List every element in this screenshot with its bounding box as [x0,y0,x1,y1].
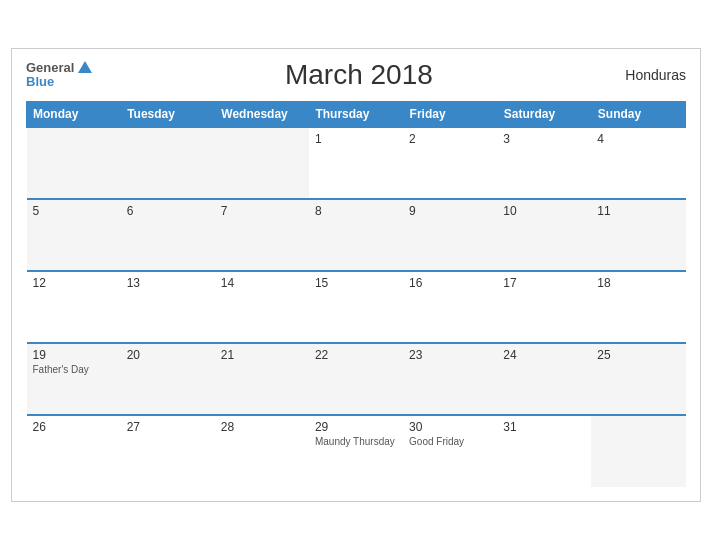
calendar-week-row: 567891011 [27,199,686,271]
calendar-header: General Blue March 2018 Honduras [26,59,686,91]
day-number: 5 [33,204,115,218]
table-row: 27 [121,415,215,487]
table-row: 29Maundy Thursday [309,415,403,487]
day-number: 6 [127,204,209,218]
table-row [591,415,685,487]
logo-triangle-icon [78,61,92,73]
day-number: 22 [315,348,397,362]
day-number: 29 [315,420,397,434]
table-row: 9 [403,199,497,271]
day-number: 31 [503,420,585,434]
day-number: 7 [221,204,303,218]
col-header-saturday: Saturday [497,102,591,128]
table-row: 21 [215,343,309,415]
day-number: 23 [409,348,491,362]
table-row [27,127,121,199]
calendar-week-row: 26272829Maundy Thursday30Good Friday31 [27,415,686,487]
day-number: 4 [597,132,679,146]
table-row: 11 [591,199,685,271]
table-row: 3 [497,127,591,199]
table-row: 20 [121,343,215,415]
calendar-week-row: 19Father's Day202122232425 [27,343,686,415]
table-row: 5 [27,199,121,271]
table-row: 31 [497,415,591,487]
calendar-week-row: 12131415161718 [27,271,686,343]
day-number: 8 [315,204,397,218]
day-number: 18 [597,276,679,290]
day-number: 26 [33,420,115,434]
day-number: 30 [409,420,491,434]
logo-blue-text: Blue [26,75,54,89]
table-row [215,127,309,199]
day-number: 3 [503,132,585,146]
day-number: 16 [409,276,491,290]
day-event: Maundy Thursday [315,436,397,447]
table-row: 10 [497,199,591,271]
day-number: 12 [33,276,115,290]
table-row: 17 [497,271,591,343]
table-row: 2 [403,127,497,199]
day-number: 2 [409,132,491,146]
day-number: 13 [127,276,209,290]
table-row: 7 [215,199,309,271]
logo: General Blue [26,61,92,90]
table-row: 24 [497,343,591,415]
table-row: 12 [27,271,121,343]
table-row [121,127,215,199]
table-row: 25 [591,343,685,415]
table-row: 14 [215,271,309,343]
day-number: 10 [503,204,585,218]
day-number: 20 [127,348,209,362]
day-event: Good Friday [409,436,491,447]
table-row: 23 [403,343,497,415]
day-event: Father's Day [33,364,115,375]
table-row: 28 [215,415,309,487]
table-row: 4 [591,127,685,199]
col-header-thursday: Thursday [309,102,403,128]
col-header-tuesday: Tuesday [121,102,215,128]
table-row: 19Father's Day [27,343,121,415]
table-row: 13 [121,271,215,343]
day-number: 27 [127,420,209,434]
col-header-sunday: Sunday [591,102,685,128]
table-row: 22 [309,343,403,415]
table-row: 16 [403,271,497,343]
table-row: 8 [309,199,403,271]
day-number: 21 [221,348,303,362]
col-header-friday: Friday [403,102,497,128]
day-number: 17 [503,276,585,290]
calendar-grid: Monday Tuesday Wednesday Thursday Friday… [26,101,686,487]
day-number: 14 [221,276,303,290]
day-number: 9 [409,204,491,218]
calendar-week-row: 1234 [27,127,686,199]
day-header-row: Monday Tuesday Wednesday Thursday Friday… [27,102,686,128]
table-row: 26 [27,415,121,487]
table-row: 1 [309,127,403,199]
day-number: 24 [503,348,585,362]
calendar-title: March 2018 [285,59,433,91]
day-number: 15 [315,276,397,290]
table-row: 30Good Friday [403,415,497,487]
table-row: 6 [121,199,215,271]
table-row: 15 [309,271,403,343]
calendar: General Blue March 2018 Honduras Monday … [11,48,701,502]
table-row: 18 [591,271,685,343]
day-number: 25 [597,348,679,362]
day-number: 19 [33,348,115,362]
day-number: 1 [315,132,397,146]
col-header-monday: Monday [27,102,121,128]
day-number: 11 [597,204,679,218]
calendar-country: Honduras [625,67,686,83]
logo-general-text: General [26,61,74,75]
day-number: 28 [221,420,303,434]
col-header-wednesday: Wednesday [215,102,309,128]
